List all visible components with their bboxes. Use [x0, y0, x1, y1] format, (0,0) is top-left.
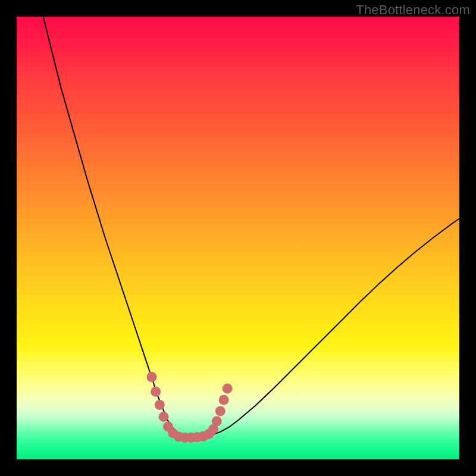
marker-dot: [215, 406, 226, 416]
marker-dot: [219, 395, 229, 405]
marker-dot: [212, 416, 222, 427]
marker-dot: [146, 372, 156, 382]
marker-dot: [155, 400, 165, 410]
watermark-text: TheBottleneck.com: [356, 2, 470, 18]
plot-area: [17, 17, 459, 459]
marker-dot: [151, 387, 161, 397]
marker-dot: [159, 412, 169, 422]
marker-dots: [17, 17, 459, 459]
marker-dot: [223, 383, 233, 393]
chart-frame: TheBottleneck.com: [0, 0, 476, 476]
